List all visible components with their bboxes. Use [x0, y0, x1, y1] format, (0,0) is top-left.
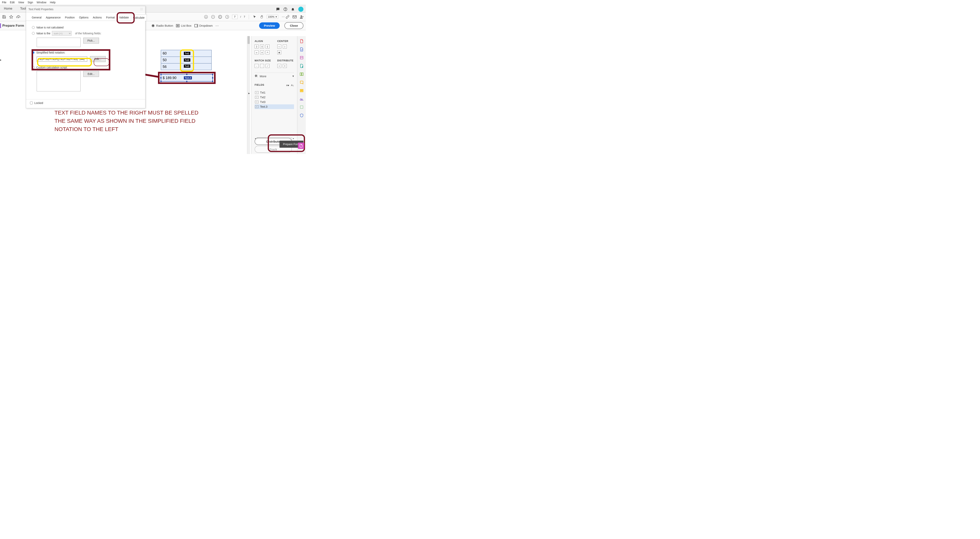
custom-script-textarea[interactable] — [37, 71, 81, 91]
center-v-icon[interactable]: ▯ — [283, 45, 287, 48]
radio-value-is-input[interactable] — [32, 32, 35, 35]
radio-value-is[interactable]: Value is the sum (+) of the following fi… — [32, 31, 139, 36]
tab-options[interactable]: Options — [77, 14, 91, 21]
rail-organize-icon[interactable] — [299, 72, 304, 77]
fields-list-txt1[interactable]: TTxt1 — [255, 90, 294, 95]
menu-sign[interactable]: Sign — [28, 1, 33, 4]
operation-select[interactable]: sum (+) — [52, 31, 72, 36]
edit-script-button[interactable]: Edit... — [83, 71, 99, 77]
svg-rect-27 — [302, 73, 303, 75]
menu-edit[interactable]: Edit — [10, 1, 15, 4]
rail-export-icon[interactable] — [299, 47, 304, 52]
tab-appearance[interactable]: Appearance — [44, 14, 63, 21]
chevron-down-icon: ▾ — [293, 74, 294, 78]
bell-icon[interactable] — [291, 7, 295, 11]
download-icon[interactable] — [204, 15, 208, 19]
field-result-tag: Text.3 — [184, 76, 192, 80]
radio-value-is-label: Value is the — [36, 32, 50, 35]
rail-edit-icon[interactable] — [299, 55, 304, 60]
rail-fill-sign-icon[interactable] — [299, 97, 304, 101]
rail-stamp-icon[interactable] — [299, 105, 304, 110]
field-txt2[interactable]: 50 Txt2 — [161, 56, 212, 64]
radio-not-calculated[interactable]: Value is not calculated — [32, 26, 139, 29]
field-result[interactable]: $ 189.90 Text.3 — [161, 74, 213, 81]
prev-page-icon[interactable] — [218, 15, 222, 19]
hand-icon[interactable] — [259, 15, 264, 19]
prepare-form-rail-icon[interactable] — [298, 143, 304, 149]
menu-help[interactable]: Help — [50, 1, 56, 4]
mail-icon[interactable] — [293, 15, 297, 19]
rail-note-icon[interactable] — [299, 88, 304, 93]
tab-format[interactable]: Format — [104, 14, 117, 21]
align-top-icon[interactable]: ╤ — [255, 50, 259, 54]
more-tools-icon[interactable]: ··· — [281, 15, 285, 19]
menu-window[interactable]: Window — [37, 1, 46, 4]
cloud-icon[interactable] — [16, 15, 21, 19]
tab-position[interactable]: Position — [63, 14, 77, 21]
sort-order-icon[interactable]: ≡▾ — [286, 84, 289, 87]
preview-button[interactable]: Preview — [259, 22, 280, 29]
avatar[interactable] — [298, 7, 304, 12]
align-right-icon[interactable]: ╢ — [266, 45, 269, 48]
sort-az-icon[interactable]: A↓ — [291, 84, 294, 87]
left-expand-icon[interactable]: ▶ — [0, 59, 2, 61]
pick-button[interactable]: Pick... — [83, 38, 99, 43]
dialog-close-button[interactable] — [140, 8, 143, 11]
field-txt3-value: 56 — [163, 65, 167, 69]
field-txt2-value: 50 — [163, 58, 167, 62]
center-both-icon[interactable]: ▣ — [277, 50, 281, 54]
fields-list-txt3[interactable]: TTxt3 — [255, 100, 294, 104]
match-width-icon[interactable]: ↔ — [255, 64, 259, 68]
listbox-tool[interactable]: List Box — [176, 24, 191, 28]
rail-protect-icon[interactable] — [299, 113, 304, 118]
menu-view[interactable]: View — [18, 1, 24, 4]
more-dropdown[interactable]: 🛠 More ▾ — [255, 73, 294, 80]
rail-sign-icon[interactable]: + — [299, 64, 304, 68]
radio-not-calculated-label: Value is not calculated — [36, 26, 64, 29]
field-result-value: $ 189.90 — [163, 76, 177, 80]
link-icon[interactable] — [285, 15, 290, 19]
field-txt1[interactable]: 60 Txt1 — [161, 50, 212, 57]
help-icon[interactable] — [283, 7, 287, 11]
rail-comment-icon[interactable] — [299, 80, 304, 85]
right-collapse-icon[interactable]: ▶ — [248, 92, 250, 94]
radio-button-tool[interactable]: Radio Button — [151, 24, 173, 28]
more-form-tools[interactable]: ··· — [215, 23, 219, 28]
refresh-icon[interactable] — [211, 15, 215, 19]
fields-listbox[interactable] — [37, 38, 81, 47]
distribute-h-icon[interactable]: ⇔ — [277, 64, 281, 68]
zoom-dropdown[interactable]: 100%▾ — [267, 15, 278, 19]
tab-home[interactable]: Home — [0, 5, 16, 12]
align-center-v-icon[interactable]: ╪ — [260, 50, 264, 54]
svg-point-8 — [301, 15, 302, 17]
radio-not-calculated-input[interactable] — [32, 26, 35, 29]
center-h-icon[interactable]: ▭ — [277, 45, 281, 48]
page-current-input[interactable] — [232, 15, 237, 19]
vscroll-thumb[interactable] — [248, 36, 250, 44]
dropdown-tool[interactable]: Dropdown — [194, 24, 213, 28]
save-icon[interactable] — [2, 15, 6, 19]
match-both-icon[interactable]: ⤢ — [266, 64, 269, 68]
tab-actions[interactable]: Actions — [91, 14, 104, 21]
fields-list-txt2[interactable]: TTxt2 — [255, 95, 294, 100]
menu-file[interactable]: File — [2, 1, 6, 4]
field-txt3[interactable]: 56 Txt3 — [161, 63, 212, 70]
tab-general[interactable]: General — [30, 14, 44, 21]
close-button[interactable]: Close — [285, 22, 304, 29]
chevron-down-icon: ▾ — [275, 15, 277, 18]
align-left-icon[interactable]: ╟ — [255, 45, 259, 48]
rail-create-icon[interactable] — [299, 39, 304, 43]
add-user-icon[interactable] — [299, 15, 304, 19]
pointer-icon[interactable] — [253, 15, 257, 19]
align-center-h-icon[interactable]: ╫ — [260, 45, 264, 48]
next-page-icon[interactable] — [225, 15, 229, 19]
distribute-v-icon[interactable]: ⇕ — [283, 64, 287, 68]
align-bottom-icon[interactable]: ╧ — [266, 50, 269, 54]
locked-checkbox[interactable] — [30, 102, 33, 104]
match-height-icon[interactable]: ↕ — [260, 64, 264, 68]
document-vscrollbar[interactable] — [247, 36, 250, 154]
fields-list-text3[interactable]: TText.3 — [255, 104, 294, 109]
annotation-text: TEXT FIELD NAMES TO THE RIGHT MUST BE SP… — [54, 108, 199, 133]
star-icon[interactable] — [9, 15, 13, 19]
chat-icon[interactable] — [276, 7, 280, 11]
